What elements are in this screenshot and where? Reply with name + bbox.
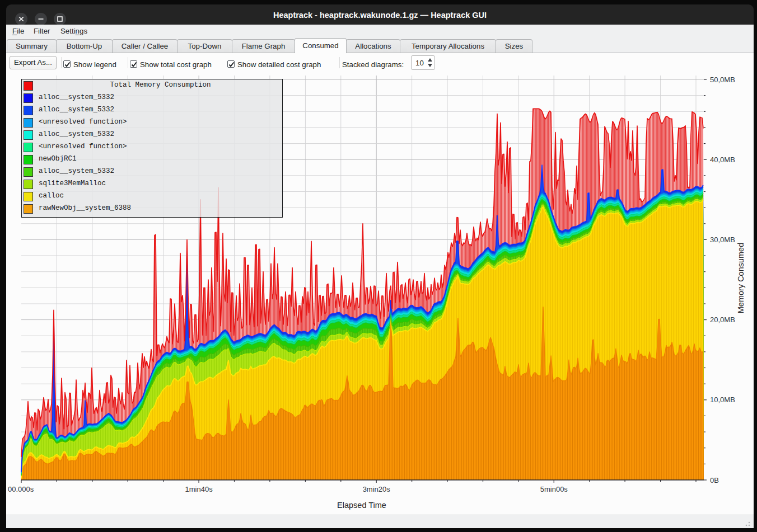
svg-text:10,0MB: 10,0MB xyxy=(710,396,735,404)
svg-text:40,0MB: 40,0MB xyxy=(710,156,735,164)
svg-text:30,0MB: 30,0MB xyxy=(710,236,735,244)
svg-text:50,0MB: 50,0MB xyxy=(710,76,735,84)
svg-text:Memory Consumed: Memory Consumed xyxy=(736,243,745,314)
svg-text:1min40s: 1min40s xyxy=(185,485,213,493)
svg-text:0B: 0B xyxy=(710,476,719,484)
svg-text:20,0MB: 20,0MB xyxy=(710,316,735,324)
svg-text:5min00s: 5min00s xyxy=(540,485,568,493)
svg-text:3min20s: 3min20s xyxy=(363,485,391,493)
svg-text:00.000s: 00.000s xyxy=(8,485,34,493)
svg-text:Elapsed Time: Elapsed Time xyxy=(337,501,386,510)
